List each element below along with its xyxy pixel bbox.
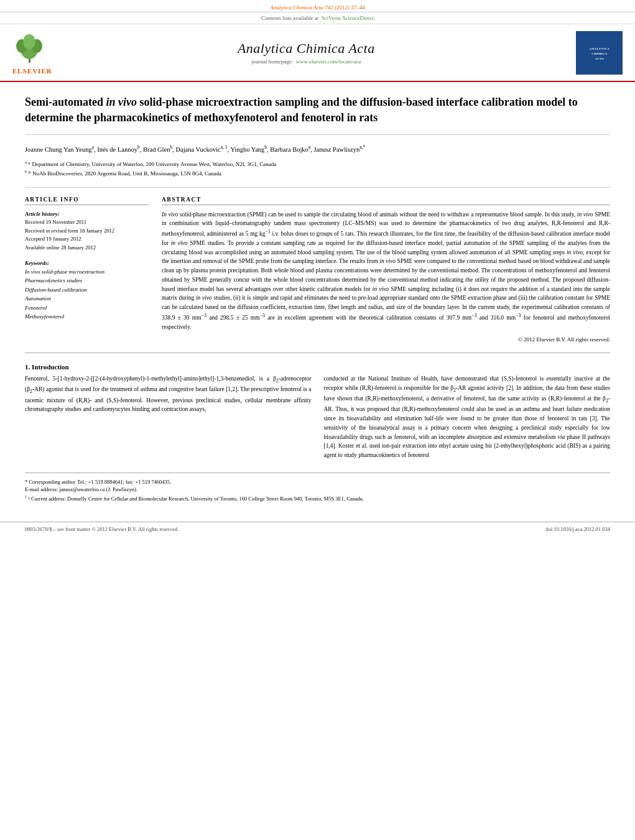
copyright-line: © 2012 Elsevier B.V. All rights reserved… — [162, 336, 610, 343]
footnotes-section: * Corresponding author. Tel.: +1 519 888… — [25, 473, 610, 503]
affil-b: b ᵇ NoAb BioDiscoveries, 2820 Argentia R… — [25, 168, 610, 178]
affiliations: a ᵃ Department of Chemistry, University … — [25, 159, 610, 188]
keyword-4: Automation — [25, 294, 149, 303]
history-label: Article history: — [25, 210, 149, 219]
journal-ref: Analytica Chimica Acta 742 (2012) 37–44 — [270, 4, 365, 11]
revised-date: Received in revised form 18 January 2012 — [25, 227, 149, 236]
article-info-col: ARTICLE INFO Article history: Received 1… — [25, 196, 149, 343]
keywords-block: Keywords: In vivo solid-phase microextra… — [25, 259, 149, 321]
svg-point-4 — [23, 34, 35, 49]
svg-text:ACTA: ACTA — [595, 57, 604, 60]
main-content: Semi-automated in vivo solid-phase micro… — [0, 82, 635, 515]
introduction-heading: 1. Introduction — [25, 363, 610, 371]
available-date: Available online 28 January 2012 — [25, 244, 149, 252]
footnote-1: 1 ¹ Current address: Donnelly Centre for… — [25, 494, 610, 503]
svg-text:ANALYTICA: ANALYTICA — [589, 47, 610, 50]
introduction-body: Fenoterol, 5-[1-hydroxy-2-[[2-(4-hydroxy… — [25, 374, 610, 459]
analytica-logo-icon: ANALYTICA CHIMICA ACTA — [584, 44, 615, 62]
article-info-label: ARTICLE INFO — [25, 196, 149, 205]
article-title: Semi-automated in vivo solid-phase micro… — [25, 95, 610, 135]
homepage-url[interactable]: www.elsevier.com/locate/aca — [296, 58, 361, 65]
keyword-5: Fenoterol — [25, 303, 149, 312]
journal-logo-right: ANALYTICA CHIMICA ACTA — [560, 31, 623, 75]
accepted-date: Accepted 19 January 2012 — [25, 235, 149, 244]
keyword-1: In vivo solid-phase microextraction — [25, 267, 149, 276]
keyword-6: Methoxyfenoterol — [25, 312, 149, 321]
content-lists-text: Contents lists available at — [261, 15, 318, 21]
corresponding-author-note: * Corresponding author. Tel.: +1 519 888… — [25, 478, 610, 486]
abstract-col: ABSTRACT In vivo solid-phase microextrac… — [162, 196, 610, 343]
bottom-bar: 0003-2670/$ – see front matter © 2012 El… — [0, 522, 635, 536]
elsevier-logo-area: ELSEVIER — [12, 30, 52, 75]
svg-text:CHIMICA: CHIMICA — [591, 52, 608, 55]
homepage-label: journal homepage: — [251, 58, 293, 65]
journal-name-banner: ELSEVIER Analytica Chimica Acta journal … — [0, 24, 635, 82]
journal-title-center: Analytica Chimica Acta journal homepage:… — [52, 40, 560, 65]
doi-line: doi:10.1016/j.aca.2012.01.034 — [545, 526, 610, 532]
affil-a: a ᵃ Department of Chemistry, University … — [25, 159, 610, 169]
received-date: Received 19 November 2011 — [25, 218, 149, 227]
abstract-text: In vivo solid-phase microextraction (SPM… — [162, 210, 610, 332]
intro-col-left: Fenoterol, 5-[1-hydroxy-2-[[2-(4-hydroxy… — [25, 374, 312, 459]
journal-name: Analytica Chimica Acta — [52, 40, 560, 57]
article-info-block: Article history: Received 19 November 20… — [25, 210, 149, 252]
email-note: E-mail address: janusz@uwaterloo.ca (J. … — [25, 486, 610, 494]
analytica-logo: ANALYTICA CHIMICA ACTA — [576, 31, 623, 75]
elsevier-label: ELSEVIER — [12, 67, 52, 75]
keyword-2: Pharmacokinetics studies — [25, 276, 149, 285]
intro-col-right: conducted at the National Institute of H… — [324, 374, 611, 459]
issn-line: 0003-2670/$ – see front matter © 2012 El… — [25, 526, 178, 532]
article-info-abstract-row: ARTICLE INFO Article history: Received 1… — [25, 196, 610, 343]
keyword-3: Diffusion-based calibration — [25, 285, 149, 294]
abstract-label: ABSTRACT — [162, 196, 610, 205]
authors-line: Joanne Chung Yan Yeunga, Inés de Lannoyb… — [25, 144, 610, 155]
journal-header-bar: Analytica Chimica Acta 742 (2012) 37–44 — [0, 0, 635, 12]
section-divider — [25, 353, 610, 353]
keywords-label: Keywords: — [25, 260, 49, 266]
journal-homepage: journal homepage: www.elsevier.com/locat… — [52, 58, 560, 65]
content-lists-bar: Contents lists available at SciVerse Sci… — [0, 12, 635, 24]
sciverse-link[interactable]: SciVerse ScienceDirect — [322, 15, 374, 21]
elsevier-tree-icon — [12, 30, 47, 65]
